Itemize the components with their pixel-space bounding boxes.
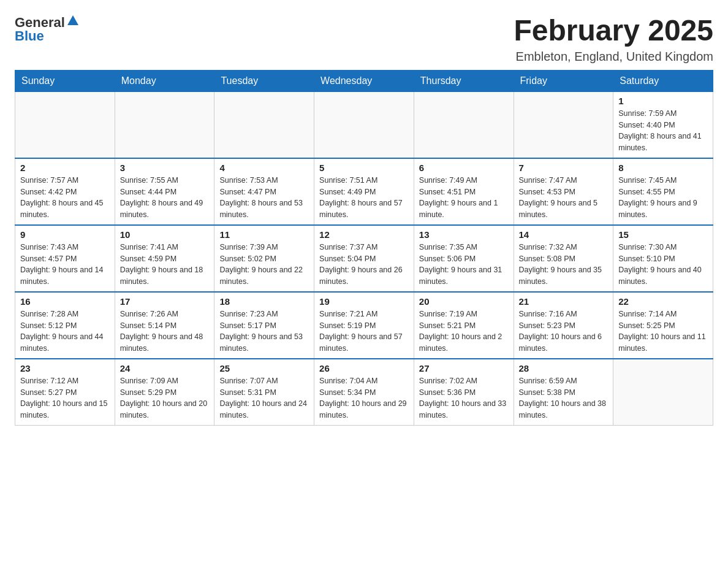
calendar-cell <box>613 359 713 426</box>
calendar-cell <box>514 91 613 158</box>
day-number: 5 <box>319 163 409 173</box>
col-monday: Monday <box>115 70 214 91</box>
day-info: Sunrise: 7:09 AMSunset: 5:29 PMDaylight:… <box>120 375 210 421</box>
day-info: Sunrise: 7:23 AMSunset: 5:17 PMDaylight:… <box>219 308 309 354</box>
calendar-cell: 2Sunrise: 7:57 AMSunset: 4:42 PMDaylight… <box>15 158 115 225</box>
day-info: Sunrise: 7:57 AMSunset: 4:42 PMDaylight:… <box>20 175 110 221</box>
calendar-cell: 21Sunrise: 7:16 AMSunset: 5:23 PMDayligh… <box>514 292 613 359</box>
day-info: Sunrise: 7:16 AMSunset: 5:23 PMDaylight:… <box>519 308 609 354</box>
calendar-header-row: Sunday Monday Tuesday Wednesday Thursday… <box>15 70 713 91</box>
day-number: 2 <box>20 163 110 173</box>
day-number: 8 <box>618 163 708 173</box>
calendar-cell: 23Sunrise: 7:12 AMSunset: 5:27 PMDayligh… <box>15 359 115 426</box>
day-number: 18 <box>219 296 309 307</box>
logo-triangle-icon <box>66 14 80 28</box>
location-subtitle: Embleton, England, United Kingdom <box>514 50 713 64</box>
day-number: 6 <box>419 163 509 173</box>
day-number: 9 <box>20 229 110 240</box>
calendar-cell <box>115 91 214 158</box>
calendar-cell: 19Sunrise: 7:21 AMSunset: 5:19 PMDayligh… <box>314 292 414 359</box>
calendar-cell: 10Sunrise: 7:41 AMSunset: 4:59 PMDayligh… <box>115 225 214 292</box>
calendar-cell: 8Sunrise: 7:45 AMSunset: 4:55 PMDaylight… <box>613 158 713 225</box>
day-number: 28 <box>519 363 609 373</box>
calendar-cell: 12Sunrise: 7:37 AMSunset: 5:04 PMDayligh… <box>314 225 414 292</box>
page-header: General Blue February 2025 Embleton, Eng… <box>15 15 713 64</box>
col-sunday: Sunday <box>15 70 115 91</box>
day-info: Sunrise: 6:59 AMSunset: 5:38 PMDaylight:… <box>519 375 609 421</box>
calendar-cell: 1Sunrise: 7:59 AMSunset: 4:40 PMDaylight… <box>613 91 713 158</box>
calendar-cell: 11Sunrise: 7:39 AMSunset: 5:02 PMDayligh… <box>214 225 314 292</box>
day-info: Sunrise: 7:12 AMSunset: 5:27 PMDaylight:… <box>20 375 110 421</box>
col-wednesday: Wednesday <box>314 70 414 91</box>
day-number: 27 <box>419 363 509 373</box>
day-number: 21 <box>519 296 609 307</box>
day-info: Sunrise: 7:14 AMSunset: 5:25 PMDaylight:… <box>618 308 708 354</box>
day-number: 15 <box>618 229 708 240</box>
day-info: Sunrise: 7:43 AMSunset: 4:57 PMDaylight:… <box>20 242 110 288</box>
day-number: 4 <box>219 163 309 173</box>
day-number: 24 <box>120 363 210 373</box>
calendar-week-1: 1Sunrise: 7:59 AMSunset: 4:40 PMDaylight… <box>15 91 713 158</box>
calendar-cell <box>214 91 314 158</box>
day-info: Sunrise: 7:28 AMSunset: 5:12 PMDaylight:… <box>20 308 110 354</box>
calendar-cell: 15Sunrise: 7:30 AMSunset: 5:10 PMDayligh… <box>613 225 713 292</box>
col-tuesday: Tuesday <box>214 70 314 91</box>
day-info: Sunrise: 7:30 AMSunset: 5:10 PMDaylight:… <box>618 242 708 288</box>
calendar-cell: 13Sunrise: 7:35 AMSunset: 5:06 PMDayligh… <box>414 225 514 292</box>
day-info: Sunrise: 7:45 AMSunset: 4:55 PMDaylight:… <box>618 175 708 221</box>
calendar-cell: 18Sunrise: 7:23 AMSunset: 5:17 PMDayligh… <box>214 292 314 359</box>
month-year-title: February 2025 <box>514 15 713 47</box>
calendar-week-3: 9Sunrise: 7:43 AMSunset: 4:57 PMDaylight… <box>15 225 713 292</box>
col-friday: Friday <box>514 70 613 91</box>
day-number: 13 <box>419 229 509 240</box>
day-number: 19 <box>319 296 409 307</box>
day-number: 12 <box>319 229 409 240</box>
calendar-cell: 28Sunrise: 6:59 AMSunset: 5:38 PMDayligh… <box>514 359 613 426</box>
day-info: Sunrise: 7:47 AMSunset: 4:53 PMDaylight:… <box>519 175 609 221</box>
day-number: 20 <box>419 296 509 307</box>
calendar-cell: 6Sunrise: 7:49 AMSunset: 4:51 PMDaylight… <box>414 158 514 225</box>
logo-text-blue: Blue <box>15 28 44 44</box>
calendar-cell <box>414 91 514 158</box>
day-number: 26 <box>319 363 409 373</box>
day-info: Sunrise: 7:41 AMSunset: 4:59 PMDaylight:… <box>120 242 210 288</box>
calendar-week-2: 2Sunrise: 7:57 AMSunset: 4:42 PMDaylight… <box>15 158 713 225</box>
day-info: Sunrise: 7:21 AMSunset: 5:19 PMDaylight:… <box>319 308 409 354</box>
day-info: Sunrise: 7:37 AMSunset: 5:04 PMDaylight:… <box>319 242 409 288</box>
day-info: Sunrise: 7:04 AMSunset: 5:34 PMDaylight:… <box>319 375 409 421</box>
calendar-cell: 27Sunrise: 7:02 AMSunset: 5:36 PMDayligh… <box>414 359 514 426</box>
day-info: Sunrise: 7:02 AMSunset: 5:36 PMDaylight:… <box>419 375 509 421</box>
logo: General Blue <box>15 15 80 44</box>
calendar-cell: 14Sunrise: 7:32 AMSunset: 5:08 PMDayligh… <box>514 225 613 292</box>
calendar-cell: 9Sunrise: 7:43 AMSunset: 4:57 PMDaylight… <box>15 225 115 292</box>
calendar-cell: 3Sunrise: 7:55 AMSunset: 4:44 PMDaylight… <box>115 158 214 225</box>
day-number: 3 <box>120 163 210 173</box>
day-info: Sunrise: 7:07 AMSunset: 5:31 PMDaylight:… <box>219 375 309 421</box>
day-number: 7 <box>519 163 609 173</box>
calendar-cell: 25Sunrise: 7:07 AMSunset: 5:31 PMDayligh… <box>214 359 314 426</box>
calendar-cell: 22Sunrise: 7:14 AMSunset: 5:25 PMDayligh… <box>613 292 713 359</box>
calendar-cell <box>314 91 414 158</box>
col-saturday: Saturday <box>613 70 713 91</box>
calendar-cell: 20Sunrise: 7:19 AMSunset: 5:21 PMDayligh… <box>414 292 514 359</box>
calendar-cell: 5Sunrise: 7:51 AMSunset: 4:49 PMDaylight… <box>314 158 414 225</box>
calendar-cell <box>15 91 115 158</box>
calendar-cell: 26Sunrise: 7:04 AMSunset: 5:34 PMDayligh… <box>314 359 414 426</box>
svg-marker-0 <box>67 15 78 25</box>
day-number: 25 <box>219 363 309 373</box>
calendar-cell: 24Sunrise: 7:09 AMSunset: 5:29 PMDayligh… <box>115 359 214 426</box>
calendar-cell: 16Sunrise: 7:28 AMSunset: 5:12 PMDayligh… <box>15 292 115 359</box>
day-info: Sunrise: 7:35 AMSunset: 5:06 PMDaylight:… <box>419 242 509 288</box>
day-info: Sunrise: 7:51 AMSunset: 4:49 PMDaylight:… <box>319 175 409 221</box>
day-info: Sunrise: 7:39 AMSunset: 5:02 PMDaylight:… <box>219 242 309 288</box>
day-number: 14 <box>519 229 609 240</box>
calendar-week-4: 16Sunrise: 7:28 AMSunset: 5:12 PMDayligh… <box>15 292 713 359</box>
calendar-cell: 4Sunrise: 7:53 AMSunset: 4:47 PMDaylight… <box>214 158 314 225</box>
day-info: Sunrise: 7:59 AMSunset: 4:40 PMDaylight:… <box>618 108 708 154</box>
day-number: 17 <box>120 296 210 307</box>
day-number: 16 <box>20 296 110 307</box>
calendar-cell: 17Sunrise: 7:26 AMSunset: 5:14 PMDayligh… <box>115 292 214 359</box>
calendar-week-5: 23Sunrise: 7:12 AMSunset: 5:27 PMDayligh… <box>15 359 713 426</box>
day-info: Sunrise: 7:55 AMSunset: 4:44 PMDaylight:… <box>120 175 210 221</box>
calendar-table: Sunday Monday Tuesday Wednesday Thursday… <box>15 70 713 426</box>
